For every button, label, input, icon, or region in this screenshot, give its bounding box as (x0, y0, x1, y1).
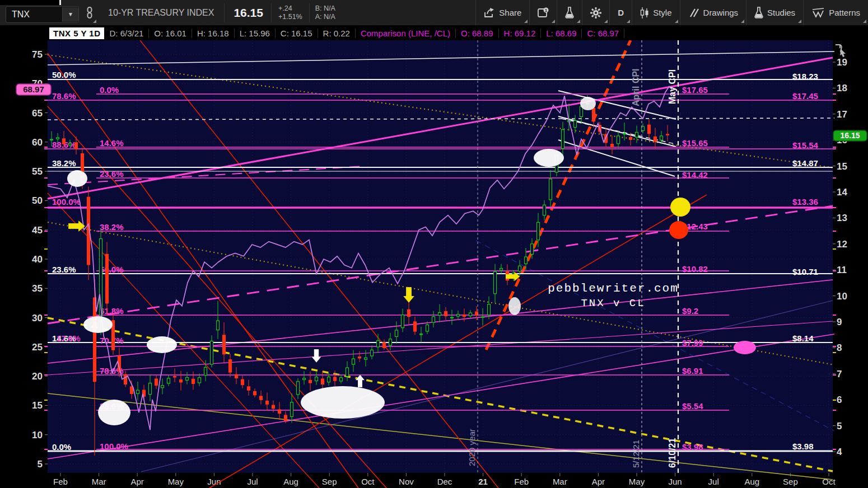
patterns-icon (811, 7, 825, 18)
fib-magenta-price: $6.91 (682, 366, 703, 376)
month-label: Sep (783, 477, 798, 486)
fib-white-label: 23.6% (52, 265, 76, 274)
event-line-label: 6/10/21 (668, 438, 677, 468)
dropdown-corner (863, 20, 866, 23)
candle (543, 205, 546, 215)
month-label: Jun (669, 477, 682, 486)
left-axis-label: 20 (32, 371, 43, 382)
chart-plot-area[interactable] (48, 40, 833, 473)
candle (648, 125, 651, 133)
month-label: Jul (247, 477, 258, 486)
candle (666, 134, 669, 135)
annotation-ellipse (98, 400, 130, 425)
right-axis-label: 11 (837, 265, 847, 275)
candle (198, 378, 201, 383)
event-line-label: April CPI (631, 68, 641, 106)
ohlc-segment: C: 16.15 (276, 29, 318, 38)
toolbar-button-label: Style (653, 8, 671, 17)
left-axis-label: 50 (32, 195, 43, 206)
month-label: May (168, 477, 184, 486)
candle (180, 380, 183, 382)
chart-canvas[interactable]: FebMarAprMayJunJulAugSepOctNovDec21FebMa… (0, 40, 868, 488)
annotation-ellipse (67, 170, 87, 187)
symbol-timeframe-chip[interactable]: TNX 5 Y 1D (49, 27, 104, 39)
candle (266, 401, 269, 405)
toolbar-button-notes[interactable]: 1 (529, 0, 557, 25)
candle (408, 309, 410, 316)
right-axis-label: 17 (837, 109, 847, 120)
toolbar-button-quick-study[interactable] (557, 0, 582, 25)
comparison-segment: Comparison (LINE, /CL) (356, 29, 456, 38)
candle (278, 410, 281, 414)
month-label: 21 (478, 477, 488, 486)
annotation-ellipse (670, 198, 690, 217)
candle (488, 304, 491, 315)
fib-magenta-label: 0.0% (100, 85, 119, 95)
left-axis-label: 25 (32, 342, 43, 353)
candle (592, 108, 595, 121)
comparison-segment: O: 68.89 (456, 29, 499, 38)
toolbar-button-style[interactable]: Style (632, 0, 679, 25)
fib-magenta-price: $9.2 (682, 306, 698, 316)
candle (402, 315, 404, 328)
window-artifact (0, 0, 61, 5)
symbol-text[interactable]: TNX (6, 10, 62, 20)
toolbar-button-label: Patterns (829, 8, 860, 17)
left-axis-label: 5 (38, 459, 43, 470)
annotation-ellipse (580, 97, 596, 110)
candle (167, 378, 170, 383)
settings-icon (590, 7, 601, 18)
left-axis-label: 35 (32, 283, 43, 294)
candle (223, 335, 226, 354)
left-axis-label: 15 (32, 400, 43, 411)
dropdown-corner (627, 20, 630, 23)
fib-white-label: 38.2% (52, 158, 76, 168)
price-change: +.24 +1.51% (271, 3, 309, 22)
toolbar-button-settings[interactable] (582, 0, 609, 25)
right-axis-label: 4 (837, 447, 842, 457)
symbol-dropdown-arrow[interactable]: ▼ (62, 7, 78, 22)
thinkorswim-app: { "toolbar":{ "symbol":"TNX", "descripti… (0, 0, 868, 488)
toolbar-button-patterns[interactable]: Patterns (803, 0, 868, 25)
candle (562, 130, 564, 149)
candle (519, 266, 521, 271)
toolbar-button-share[interactable]: Share (475, 0, 529, 25)
left-axis-label: 65 (32, 108, 43, 119)
month-label: Feb (514, 477, 529, 486)
chain-link-icon (86, 7, 94, 19)
candle (328, 377, 330, 382)
candle (525, 257, 528, 264)
symbol-description: 10-YR TREASURY INDEX (98, 8, 224, 18)
fib-left-magenta-label: 78.6% (52, 91, 76, 101)
left-axis-label: 30 (32, 313, 43, 323)
fib-white-price: $14.87 (792, 158, 818, 168)
toolbar-button-timeframe[interactable]: D (609, 0, 632, 25)
left-axis-label: 75 (32, 49, 43, 60)
comparison-price-badge-text: 68.97 (23, 85, 44, 94)
candle (629, 138, 632, 140)
fib-magenta-price: $15.65 (682, 138, 708, 148)
candle (272, 405, 275, 409)
style-icon (640, 7, 649, 19)
watermark-site: pebblewriter.com (548, 282, 679, 295)
fib-magenta-label: 50.0% (100, 265, 124, 274)
annotation-ellipse (301, 386, 385, 419)
notes-icon: 1 (538, 7, 549, 18)
month-label: Mar (553, 477, 567, 486)
toolbar-button-studies[interactable]: Studies (746, 0, 803, 25)
candle (303, 378, 306, 379)
link-button[interactable] (81, 0, 98, 25)
comparison-segment: L: 68.69 (541, 29, 582, 38)
candle (94, 298, 96, 382)
month-label: Mar (92, 477, 106, 486)
candle (383, 342, 386, 348)
symbol-input[interactable]: TNX ▼ (6, 6, 79, 23)
toolbar-button-drawings[interactable]: Drawings (680, 0, 746, 25)
candle (463, 315, 466, 317)
month-label: Nov (399, 477, 414, 486)
fib-white-price: $8.14 (792, 334, 814, 343)
candle (537, 222, 540, 240)
month-label: Apr (131, 477, 144, 486)
month-label: Apr (592, 477, 605, 486)
candle (365, 358, 367, 359)
